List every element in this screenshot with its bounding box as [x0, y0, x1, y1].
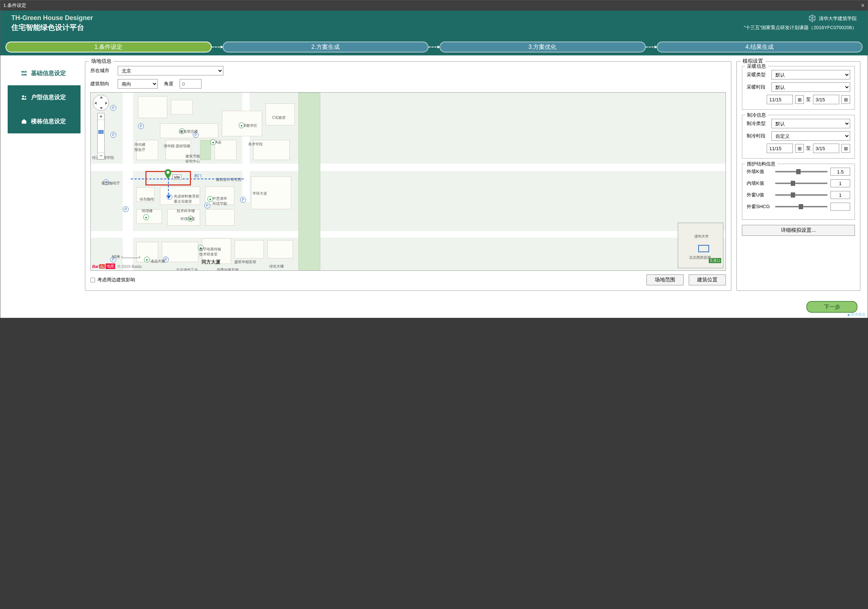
- map-label: 暖意咖啡厅: [102, 181, 120, 186]
- svg-rect-1: [22, 74, 26, 76]
- map-label: 北京西郊宾馆: [689, 255, 711, 260]
- sidebar-item-label: 楼栋信息设定: [31, 118, 66, 126]
- map-label: 液晶大楼: [150, 259, 165, 264]
- consider-surroundings-check[interactable]: 考虑周边建筑影响: [90, 277, 641, 283]
- heating-group: 采暖信息 采暖类型默认 采暖时段默认 ⊞ 至 ⊞: [742, 66, 855, 110]
- cool-start-input[interactable]: [767, 144, 793, 153]
- map-label: 美术学院: [248, 142, 263, 147]
- map-label: 清华大学: [694, 234, 709, 239]
- zoom-control[interactable]: +−: [97, 113, 105, 160]
- envelope-legend: 围护结构信息: [745, 161, 777, 167]
- people-icon: [21, 94, 27, 101]
- heat-type-label: 采暖类型: [747, 71, 769, 78]
- cool-type-select[interactable]: 默认: [772, 119, 850, 128]
- sidebar-item-basic[interactable]: 基础信息设定: [8, 61, 81, 85]
- orientation-select[interactable]: 南向: [118, 79, 158, 88]
- site-label: site: [172, 175, 181, 180]
- cool-type-label: 制冷类型: [747, 120, 769, 127]
- site-pin-icon[interactable]: [164, 169, 172, 179]
- city-select[interactable]: 北京: [118, 66, 223, 76]
- map-label: 明理楼: [142, 208, 153, 214]
- cube-icon: [808, 14, 817, 23]
- close-icon[interactable]: ×: [861, 2, 865, 9]
- cooling-legend: 制冷信息: [745, 112, 768, 118]
- parking-icon: P: [110, 105, 116, 111]
- sidebar-item-unit[interactable]: 户型信息设定: [8, 85, 81, 109]
- angle-label: 角度: [161, 81, 176, 87]
- heat-type-select[interactable]: 默认: [772, 70, 850, 79]
- svg-point-4: [167, 171, 169, 174]
- city-label: 所在城市: [90, 67, 114, 74]
- step-arrow-icon: [212, 46, 223, 47]
- map-label: 先进材料教育部 重点实验室: [174, 194, 199, 204]
- k-int-value[interactable]: [831, 179, 850, 188]
- u-win-value[interactable]: [831, 191, 850, 199]
- to-label: 至: [806, 96, 811, 103]
- map-label: 绿化大楼: [269, 264, 284, 269]
- minimap[interactable]: 清华大学 北京西郊宾馆 五道口: [678, 223, 723, 268]
- next-button[interactable]: 下一步: [806, 301, 857, 313]
- parking-icon: P: [205, 203, 210, 208]
- zoom-out-icon[interactable]: −: [98, 153, 104, 159]
- map-label: 技术科学楼: [177, 208, 195, 214]
- k-int-slider[interactable]: [775, 183, 828, 184]
- map-label: 环境学院: [180, 217, 195, 222]
- zoom-slider[interactable]: [98, 120, 104, 153]
- step-arrow-icon: [429, 46, 439, 47]
- step-1[interactable]: 1.条件设定: [5, 42, 212, 53]
- u-win-label: 外窗U值: [747, 192, 772, 198]
- cool-period-select[interactable]: 自定义: [772, 131, 850, 141]
- building-position-button[interactable]: 建筑位置: [689, 274, 726, 285]
- heat-period-select[interactable]: 默认: [772, 82, 850, 92]
- step-arrow-icon: [646, 46, 657, 47]
- k-ext-value[interactable]: [831, 167, 850, 176]
- heat-start-input[interactable]: [767, 95, 793, 104]
- calendar-icon[interactable]: ⊞: [795, 95, 804, 104]
- heat-period-label: 采暖时段: [747, 84, 769, 90]
- map-label: 建筑馆北楼: [180, 129, 198, 134]
- u-win-slider[interactable]: [775, 194, 828, 196]
- k-ext-label: 外墙K值: [747, 168, 772, 175]
- cool-end-input[interactable]: [813, 144, 839, 153]
- map-label: 同方大厦: [202, 259, 220, 265]
- viewport-indicator: [698, 245, 709, 252]
- site-extent-button[interactable]: 场地范围: [646, 274, 684, 285]
- sidebar-item-label: 基础信息设定: [31, 70, 66, 77]
- sidebar-item-label: 户型信息设定: [31, 94, 66, 101]
- pan-control[interactable]: [93, 95, 109, 111]
- step-2[interactable]: 2.方案生成: [223, 42, 429, 53]
- shgc-slider[interactable]: [775, 206, 828, 208]
- calendar-icon[interactable]: ⊞: [842, 144, 850, 153]
- site-legend: 场地信息: [89, 58, 114, 65]
- calendar-icon[interactable]: ⊞: [842, 95, 850, 104]
- k-ext-slider[interactable]: [775, 171, 828, 172]
- cooling-group: 制冷信息 制冷类型默认 制冷时段自定义 ⊞ 至 ⊞: [742, 115, 855, 158]
- app-title-en: TH-Green House Designer: [11, 14, 93, 22]
- simulation-panel: 模拟设置 采暖信息 采暖类型默认 采暖时段默认 ⊞ 至 ⊞ 制冷信息 制冷: [736, 61, 860, 291]
- heating-legend: 采暖信息: [745, 63, 768, 70]
- zoom-in-icon[interactable]: +: [98, 113, 104, 120]
- step-4[interactable]: 4.结果生成: [657, 42, 863, 53]
- shgc-value[interactable]: [831, 203, 850, 211]
- sidebar-item-building[interactable]: 楼栋信息设定: [8, 109, 81, 133]
- calendar-icon[interactable]: ⊞: [795, 144, 804, 153]
- header: TH-Green House Designer 住宅智能绿色设计平台 清华大学建…: [0, 11, 868, 42]
- heat-end-input[interactable]: [813, 95, 839, 104]
- checkbox[interactable]: [90, 278, 95, 282]
- shgc-label: 外窗SHCG: [747, 203, 772, 210]
- site-panel: 场地信息 所在城市 北京 建筑朝向 南向 角度: [85, 61, 732, 291]
- svg-rect-0: [22, 71, 26, 73]
- map-label: 绿岛咖啡: [140, 197, 154, 202]
- angle-input[interactable]: [180, 79, 202, 88]
- map-label: 数字电视传输 技术研发室: [199, 247, 221, 257]
- map[interactable]: P P P P P P P P P P P ● ● ● ●: [90, 92, 726, 271]
- step-3[interactable]: 3.方案优化: [439, 42, 646, 53]
- detail-sim-button[interactable]: 详细模拟设置...: [742, 225, 855, 236]
- parking-icon: P: [110, 132, 116, 138]
- svg-point-2: [22, 96, 24, 97]
- map-label: 盛世华都宾馆: [234, 259, 256, 265]
- parking-icon: P: [123, 206, 129, 212]
- sidebar: 基础信息设定 户型信息设定 楼栋信息设定: [8, 61, 81, 133]
- map-label: 五道口: [709, 258, 721, 263]
- map-label: 清华园·梁銶琚楼: [164, 144, 190, 149]
